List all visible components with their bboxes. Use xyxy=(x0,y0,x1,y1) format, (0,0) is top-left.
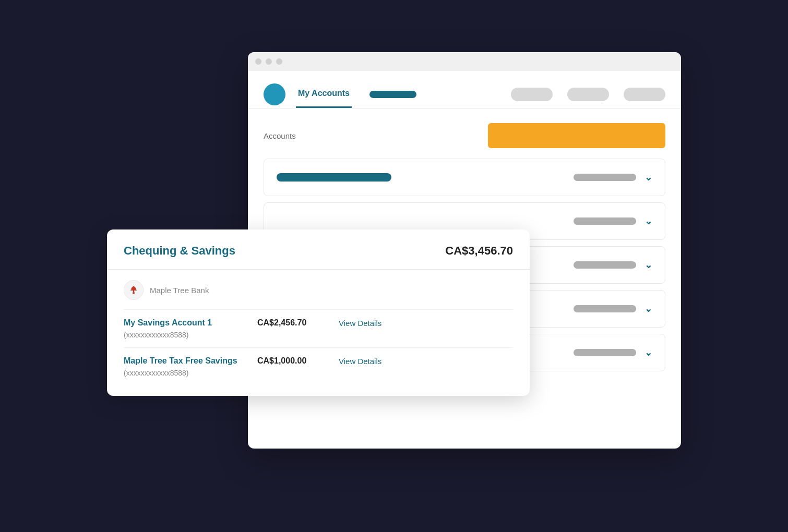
bank-name: Maple Tree Bank xyxy=(150,286,209,295)
row-pill-gray-5 xyxy=(574,349,636,356)
account-number-2: (xxxxxxxxxxxx8588) xyxy=(124,369,513,377)
account-item-1-row: My Savings Account 1 CA$2,456.70 View De… xyxy=(124,318,513,328)
row-pill-gray-2 xyxy=(574,217,636,225)
header-btn-3[interactable] xyxy=(624,88,665,101)
account-item-2-row: Maple Tree Tax Free Savings CA$1,000.00 … xyxy=(124,356,513,366)
bank-logo xyxy=(124,280,144,300)
section-header: Accounts xyxy=(264,123,665,148)
chevron-icon-5[interactable]: ⌄ xyxy=(644,347,652,358)
account-row-1[interactable]: ⌄ xyxy=(264,159,665,196)
titlebar xyxy=(248,52,681,71)
traffic-light-yellow xyxy=(266,58,272,65)
header-btn-2[interactable] xyxy=(567,88,609,101)
card-section-title: Chequing & Savings xyxy=(124,244,235,258)
chevron-icon-2[interactable]: ⌄ xyxy=(644,215,652,227)
bank-info: Maple Tree Bank xyxy=(124,280,513,300)
account-number-1: (xxxxxxxxxxxx8588) xyxy=(124,331,513,339)
chevron-icon-1[interactable]: ⌄ xyxy=(644,172,652,183)
traffic-light-green xyxy=(276,58,282,65)
account-name-2[interactable]: Maple Tree Tax Free Savings xyxy=(124,356,249,366)
scene: My Accounts Accounts xyxy=(107,52,681,480)
bank-group: Maple Tree Bank My Savings Account 1 CA$… xyxy=(107,270,530,396)
row-pill-1 xyxy=(277,173,391,182)
nav-tab-label: My Accounts xyxy=(298,89,350,98)
row-pill-gray-1 xyxy=(574,174,636,181)
header-btn-1[interactable] xyxy=(511,88,553,101)
tree-icon xyxy=(127,284,140,296)
nav-tab-accounts[interactable]: My Accounts xyxy=(296,80,352,108)
floating-card: Chequing & Savings CA$3,456.70 Maple Tre… xyxy=(107,229,530,396)
card-total: CA$3,456.70 xyxy=(445,244,513,258)
row-pill-gray-3 xyxy=(574,261,636,269)
account-item-2: Maple Tree Tax Free Savings CA$1,000.00 … xyxy=(124,347,513,385)
view-details-link-1[interactable]: View Details xyxy=(339,319,381,328)
chevron-icon-3[interactable]: ⌄ xyxy=(644,259,652,271)
orange-action-button[interactable] xyxy=(488,123,665,148)
row-pill-gray-4 xyxy=(574,305,636,312)
chevron-icon-4[interactable]: ⌄ xyxy=(644,303,652,315)
nav-pill xyxy=(369,91,416,98)
view-details-link-2[interactable]: View Details xyxy=(339,357,381,366)
account-name-1[interactable]: My Savings Account 1 xyxy=(124,318,249,328)
logo-circle xyxy=(264,83,285,105)
app-header: My Accounts xyxy=(248,71,681,108)
traffic-light-red xyxy=(255,58,261,65)
card-header: Chequing & Savings CA$3,456.70 xyxy=(107,229,530,270)
account-amount-1: CA$2,456.70 xyxy=(257,318,330,328)
account-amount-2: CA$1,000.00 xyxy=(257,356,330,366)
account-item-1: My Savings Account 1 CA$2,456.70 View De… xyxy=(124,309,513,347)
section-title: Accounts xyxy=(264,131,296,140)
